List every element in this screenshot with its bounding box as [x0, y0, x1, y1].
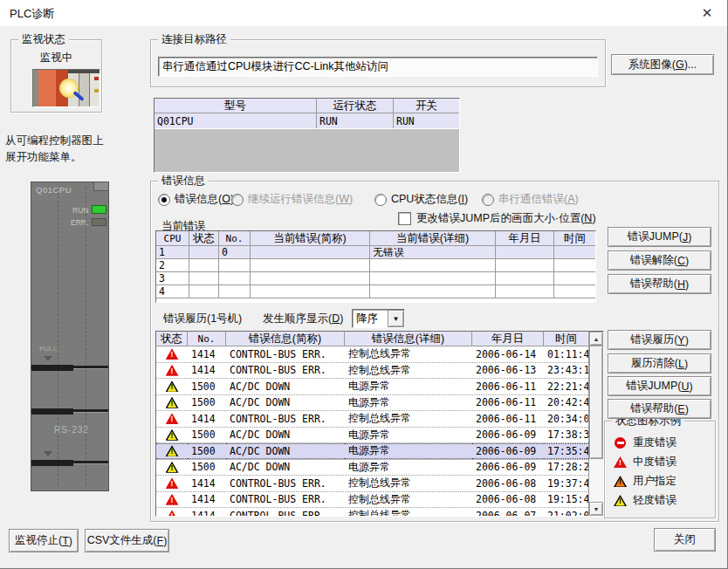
current-error-row[interactable]: 2: [156, 259, 595, 272]
table-cell: [251, 285, 370, 298]
legend-item: !轻度错误: [614, 493, 676, 508]
table-cell: 2006-06-09: [472, 428, 544, 443]
history-clear-button[interactable]: 履历清除(L): [608, 353, 711, 374]
scroll-up-icon[interactable]: ▲: [589, 332, 603, 346]
error-history-row[interactable]: !1500AC/DC DOWN电源异常2006-06-0917:38:33: [156, 428, 588, 444]
legend-item: !用户指定: [614, 474, 676, 489]
error-history-row[interactable]: !1414CONTROL-BUS ERR.控制总线异常2006-06-1323:…: [156, 363, 588, 380]
dropdown-arrow-icon[interactable]: ▼: [388, 310, 404, 327]
error-history-row[interactable]: !1414CONTROL-BUS ERR.控制总线异常2006-06-1120:…: [156, 411, 588, 428]
radio-label: 继续运行错误信息(W): [248, 192, 353, 207]
light-error-icon: !: [166, 462, 179, 473]
table-cell: RUN: [394, 113, 459, 128]
error-history-row[interactable]: !1414CONTROL-BUS ERR.控制总线异常2006-06-0721:…: [156, 508, 588, 517]
checkbox-box[interactable]: [398, 212, 411, 225]
order-display-label: 发生顺序显示(D): [263, 312, 343, 326]
error-help-button[interactable]: 错误帮助(H): [608, 274, 711, 294]
radio-cpu-status-info[interactable]: CPU状态信息(I): [374, 192, 468, 207]
table-cell: !: [156, 411, 188, 427]
legend-label: 中度错误: [633, 455, 676, 470]
table-cell: [189, 259, 219, 272]
resize-after-jump-checkbox[interactable]: 更改错误JUMP后的画面大小·位置(N): [398, 211, 596, 226]
table-cell: !: [156, 363, 188, 379]
table-cell: !: [156, 508, 188, 517]
table-cell: [219, 285, 251, 298]
error-history-button[interactable]: 错误履历(Y): [608, 330, 711, 350]
error-history-table[interactable]: 状态No.错误信息(简称)错误信息(详细)年月日时间!1414CONTROL-B…: [155, 331, 604, 517]
history-error-jump-button[interactable]: 错误JUMP(U): [608, 376, 711, 396]
light-error-icon: !: [166, 429, 179, 441]
scroll-down-icon[interactable]: ▼: [589, 502, 603, 516]
connection-path-field[interactable]: 串行通信通过CPU模块进行CC-Link其他站访问: [158, 57, 598, 77]
table-cell: !: [156, 476, 188, 491]
table-cell: CONTROL-BUS ERR.: [226, 508, 345, 517]
module-slot-bar: [31, 365, 108, 371]
cpu-table-header-row: 型号运行状态开关: [155, 99, 459, 113]
title-bar: PLC诊断 ✕: [0, 0, 728, 26]
table-cell: AC/DC DOWN: [226, 443, 345, 459]
system-image-button[interactable]: 系统图像(G)...: [611, 54, 714, 75]
close-icon[interactable]: ✕: [695, 2, 719, 24]
table-cell: 2006-06-08: [472, 492, 544, 508]
radio-error-info[interactable]: 错误信息(O): [158, 192, 234, 207]
table-cell: 2006-06-13: [472, 363, 544, 379]
radio-label: 错误信息(O): [175, 192, 234, 207]
current-errors-table[interactable]: CPU状态No.当前错误(简称)当前错误(详细)年月日时间10无错误234: [155, 230, 596, 303]
legend-label: 重度错误: [633, 435, 676, 450]
error-history-row[interactable]: !1414CONTROL-BUS ERR.控制总线异常2006-06-0819:…: [156, 476, 588, 492]
close-button[interactable]: 关闭: [654, 528, 716, 552]
table-cell: [554, 246, 595, 259]
table-cell: 2006-06-14: [472, 346, 544, 362]
cpu-table-row[interactable]: Q01CPURUNRUN: [155, 113, 459, 128]
radio-button-icon[interactable]: [158, 194, 170, 206]
monitor-stop-button[interactable]: 监视停止(T): [9, 529, 79, 552]
table-cell: CONTROL-BUS ERR.: [226, 363, 345, 379]
monitor-status-text: 监视中: [11, 51, 101, 65]
csv-generate-button[interactable]: CSV文件生成(F): [85, 529, 169, 552]
table-cell: 电源异常: [345, 395, 472, 411]
scrollbar-thumb[interactable]: [589, 346, 603, 459]
table-cell: 电源异常: [345, 379, 472, 394]
module-slot-bar: [31, 460, 108, 466]
plc-module-diagram[interactable]: Q01CPU RUN ERR. PULL RS-232: [31, 182, 109, 491]
error-history-row[interactable]: !1500AC/DC DOWN电源异常2006-06-1120:42:40: [156, 395, 588, 412]
error-history-row[interactable]: !1414CONTROL-BUS ERR.控制总线异常2006-06-0819:…: [156, 492, 588, 509]
table-cell: 2: [156, 259, 189, 272]
module-notch: [93, 182, 108, 191]
error-clear-button[interactable]: 错误解除(C): [608, 250, 711, 271]
table-cell: AC/DC DOWN: [226, 395, 345, 411]
table-cell: 2006-06-11: [472, 379, 544, 394]
error-jump-button[interactable]: 错误JUMP(J): [608, 227, 711, 247]
error-history-row[interactable]: !1414CONTROL-BUS ERR.控制总线异常2006-06-1401:…: [156, 346, 588, 363]
column-header: 当前错误(简称): [251, 231, 370, 246]
table-cell: 1414: [188, 346, 226, 362]
column-header: 当前错误(详细): [370, 231, 496, 246]
table-cell: [189, 272, 219, 285]
table-cell: !: [156, 346, 188, 362]
light-error-icon: !: [166, 445, 179, 456]
checkbox-label: 更改错误JUMP后的画面大小·位置(N): [416, 211, 596, 226]
table-cell: 23:43:16: [544, 363, 588, 379]
table-cell: [370, 272, 496, 285]
current-error-row[interactable]: 10无错误: [156, 246, 595, 259]
table-cell: [251, 259, 370, 272]
monitor-status-group: 监视状态 监视中: [10, 39, 102, 113]
error-history-row[interactable]: !1500AC/DC DOWN电源异常2006-06-0917:28:20: [156, 460, 588, 476]
cpu-table[interactable]: 型号运行状态开关Q01CPURUNRUN: [154, 98, 460, 173]
current-error-row[interactable]: 4: [156, 285, 595, 298]
order-dropdown[interactable]: 降序 ▼: [352, 309, 405, 328]
table-cell: 17:38:33: [544, 428, 588, 443]
port-arrow-icon: [44, 451, 52, 456]
history-error-help-button[interactable]: 错误帮助(E): [608, 399, 711, 419]
radio-button-icon[interactable]: [374, 194, 387, 206]
connection-path-group: 连接目标路径 串行通信通过CPU模块进行CC-Link其他站访问: [150, 39, 606, 87]
table-cell: 1414: [188, 492, 226, 508]
table-cell: !: [156, 460, 188, 476]
vertical-scrollbar[interactable]: ▲▼: [588, 332, 603, 516]
error-history-row[interactable]: !1500AC/DC DOWN电源异常2006-06-1122:21:48: [156, 379, 588, 395]
current-error-row[interactable]: 3: [156, 272, 595, 285]
radio-button-icon: [231, 194, 244, 206]
table-cell: !: [156, 443, 188, 459]
error-history-row[interactable]: !1500AC/DC DOWN电源异常2006-06-0917:35:49: [156, 443, 588, 460]
column-header: CPU: [156, 231, 189, 246]
